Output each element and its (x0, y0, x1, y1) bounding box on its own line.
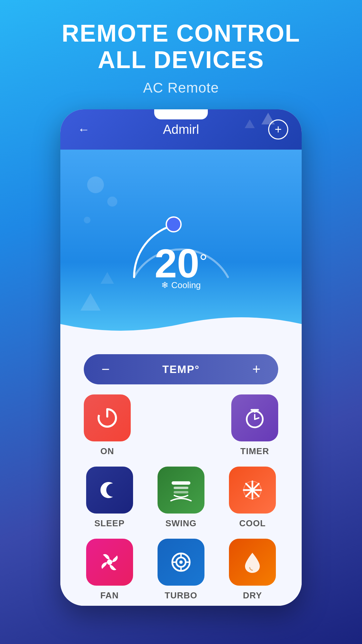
fan-label: FAN (100, 590, 119, 601)
fan-svg-icon (96, 549, 123, 576)
app-title: REMOTE CONTROL ALL DEVICES (62, 20, 300, 73)
on-icon (84, 394, 131, 441)
deco-dot-3 (84, 217, 90, 223)
svg-rect-8 (174, 487, 188, 489)
swing-icon (158, 467, 204, 514)
turbo-label: TURBO (165, 590, 197, 601)
temp-decrease-button[interactable]: − (97, 361, 114, 378)
water-drop-icon (239, 549, 266, 576)
power-icon (94, 405, 121, 431)
svg-rect-9 (174, 491, 188, 493)
temperature-section: 20 ° ❄ Cooling (60, 150, 302, 337)
cool-icon (229, 467, 276, 514)
moon-icon (96, 477, 123, 503)
buttons-row-2: SLEEP SWING (84, 467, 278, 529)
back-button[interactable]: ← (74, 119, 94, 140)
temperature-display: 20 ° ❄ Cooling (114, 243, 248, 290)
deco-dot-1 (87, 176, 104, 193)
dry-label: DRY (243, 590, 262, 601)
sleep-label: SLEEP (95, 518, 125, 529)
swing-svg-icon (168, 477, 194, 503)
cooling-label: Cooling (171, 280, 201, 290)
controls-section: − TEMP° + ON (60, 337, 302, 606)
cool-button[interactable]: COOL (227, 467, 278, 529)
turbo-button[interactable]: TURBO (155, 539, 206, 601)
temp-value: 20 (155, 243, 199, 283)
temp-control-label: TEMP° (162, 363, 200, 376)
swing-button[interactable]: SWING (155, 467, 206, 529)
svg-rect-7 (172, 481, 190, 485)
cool-label: COOL (239, 518, 266, 529)
wave-separator (60, 311, 302, 337)
temp-mode: ❄ Cooling (114, 280, 248, 290)
turbo-icon (158, 539, 204, 586)
swing-label: SWING (165, 518, 196, 529)
timer-label: TIMER (240, 446, 269, 457)
turbo-svg-icon (168, 549, 194, 576)
sleep-icon (86, 467, 133, 514)
top-bar-title: Admirl (163, 122, 199, 137)
buttons-row-1: ON TIMER (84, 394, 278, 457)
phone-notch (154, 109, 208, 119)
svg-point-18 (179, 560, 183, 564)
timer-icon (231, 394, 278, 441)
fan-icon (86, 539, 133, 586)
snowflake-icon (239, 477, 266, 503)
timer-button[interactable]: TIMER (231, 394, 278, 457)
dry-button[interactable]: DRY (227, 539, 278, 601)
buttons-row-3: FAN TURBO (84, 539, 278, 601)
fan-button[interactable]: FAN (84, 539, 135, 601)
temp-control-bar: − TEMP° + (84, 354, 278, 384)
sleep-button[interactable]: SLEEP (84, 467, 135, 529)
phone-frame: ← Admirl + 20 ° (60, 109, 302, 606)
temp-increase-button[interactable]: + (248, 361, 265, 378)
temp-degree: ° (199, 250, 207, 273)
timer-svg-icon (241, 405, 268, 431)
svg-point-0 (166, 217, 181, 232)
dry-icon (229, 539, 276, 586)
on-label: ON (101, 446, 114, 457)
page-subtitle: AC Remote (143, 80, 219, 96)
svg-point-15 (107, 559, 112, 565)
add-button[interactable]: + (268, 119, 288, 140)
temperature-gauge: 20 ° ❄ Cooling (114, 203, 248, 290)
cooling-icon: ❄ (161, 280, 169, 290)
on-button[interactable]: ON (84, 394, 131, 457)
